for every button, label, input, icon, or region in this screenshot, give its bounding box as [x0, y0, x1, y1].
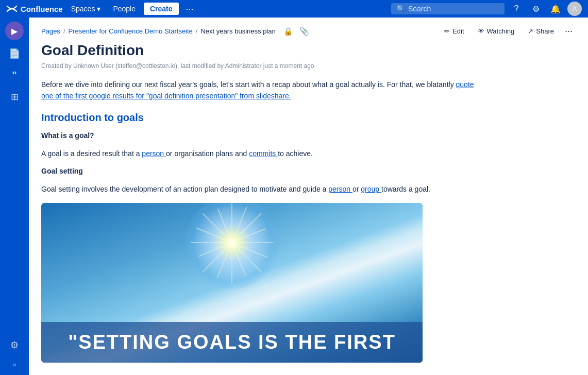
collapse-icon: » — [13, 361, 16, 368]
sidebar-item-quotes[interactable]: " — [4, 65, 25, 86]
restrict-icon: 🔒 — [283, 27, 293, 36]
notifications-icon: 🔔 — [550, 4, 561, 14]
table-icon: ⊞ — [11, 91, 19, 103]
sidebar-item-pages[interactable]: 📄 — [4, 43, 25, 64]
breadcrumb-sep-1: / — [63, 27, 65, 35]
breadcrumb-icons: 🔒 📎 — [282, 26, 311, 37]
settings-gear-icon: ⚙ — [10, 339, 19, 351]
page-title: Goal Definition — [41, 42, 480, 59]
attach-icon: 📎 — [299, 27, 309, 36]
page-body: Before we dive into defining our next fi… — [41, 79, 480, 363]
resize-handle[interactable]: · · · — [29, 18, 31, 375]
subsection1-body: A goal is a desired result that a person… — [41, 148, 480, 159]
share-icon: ↗ — [528, 27, 533, 35]
page-meta: Created by Unknown User (steffen@cottles… — [41, 62, 480, 70]
attach-icon-button[interactable]: 📎 — [298, 26, 311, 37]
section-heading-intro: Introduction to goals — [41, 112, 480, 124]
user-avatar[interactable]: A — [567, 2, 582, 16]
sidebar: ▶ 📄 " ⊞ ⚙ » — [0, 18, 29, 375]
image-background: "SETTING GOALS IS THE FIRST — [41, 203, 423, 363]
confluence-logo[interactable]: Confluence — [6, 3, 63, 14]
restrict-icon-button[interactable]: 🔒 — [282, 26, 295, 37]
more-actions-icon: ··· — [565, 26, 573, 36]
help-button[interactable]: ? — [509, 1, 524, 16]
breadcrumb-current-page: Next years business plan — [200, 27, 275, 35]
group-link[interactable]: group — [361, 185, 381, 193]
quote-icon: " — [12, 70, 16, 81]
page-icon: 📄 — [9, 48, 20, 59]
person2-link[interactable]: person — [328, 185, 352, 193]
sidebar-settings[interactable]: ⚙ — [4, 335, 25, 355]
search-box[interactable]: 🔍 Search — [391, 3, 505, 14]
more-actions-button[interactable]: ··· — [562, 25, 576, 38]
edit-icon: ✏ — [444, 27, 450, 35]
sidebar-presenter-icon[interactable]: ▶ — [5, 22, 24, 40]
watch-icon: 👁 — [478, 27, 484, 35]
spaces-menu[interactable]: Spaces ▾ — [67, 3, 105, 15]
create-button[interactable]: Create — [144, 3, 179, 15]
page-content: Goal Definition Created by Unknown User … — [29, 42, 493, 375]
goal-image-block: "SETTING GOALS IS THE FIRST — [41, 203, 423, 363]
settings-icon: ⚙ — [532, 4, 540, 14]
sidebar-collapse-button[interactable]: » — [4, 359, 25, 371]
person1-link[interactable]: person — [142, 149, 166, 158]
page-actions: ✏ Edit 👁 Watching ↗ Share ··· — [439, 25, 576, 38]
image-caption-text: "SETTING GOALS IS THE FIRST — [54, 331, 410, 353]
share-button[interactable]: ↗ Share — [522, 25, 560, 38]
help-icon: ? — [514, 4, 519, 13]
topnav-more-button[interactable]: ··· — [183, 3, 197, 15]
top-navigation: Confluence Spaces ▾ People Create ··· 🔍 … — [0, 0, 588, 18]
sidebar-item-tables[interactable]: ⊞ — [4, 87, 25, 107]
content-area: Pages / Presenter for Confluence Demo St… — [29, 18, 588, 375]
edit-button[interactable]: ✏ Edit — [439, 25, 469, 38]
subsection2-body: Goal setting involves the development of… — [41, 183, 480, 195]
people-nav[interactable]: People — [109, 3, 140, 15]
subsection2-heading: Goal setting — [41, 165, 480, 177]
breadcrumb-space[interactable]: Presenter for Confluence Demo Startseite — [69, 27, 193, 35]
subsection1-heading: What is a goal? — [41, 130, 480, 141]
watch-button[interactable]: 👁 Watching — [472, 25, 520, 38]
settings-button[interactable]: ⚙ — [528, 1, 544, 16]
intro-paragraph: Before we dive into defining our next fi… — [41, 79, 480, 102]
image-caption-bar: "SETTING GOALS IS THE FIRST — [41, 322, 423, 363]
breadcrumb-pages[interactable]: Pages — [41, 27, 60, 35]
breadcrumb-bar: Pages / Presenter for Confluence Demo St… — [29, 18, 588, 42]
search-icon: 🔍 — [396, 5, 405, 13]
breadcrumb-sep-2: / — [196, 27, 198, 35]
commits-link[interactable]: commits — [249, 149, 278, 158]
notifications-button[interactable]: 🔔 — [548, 1, 563, 16]
